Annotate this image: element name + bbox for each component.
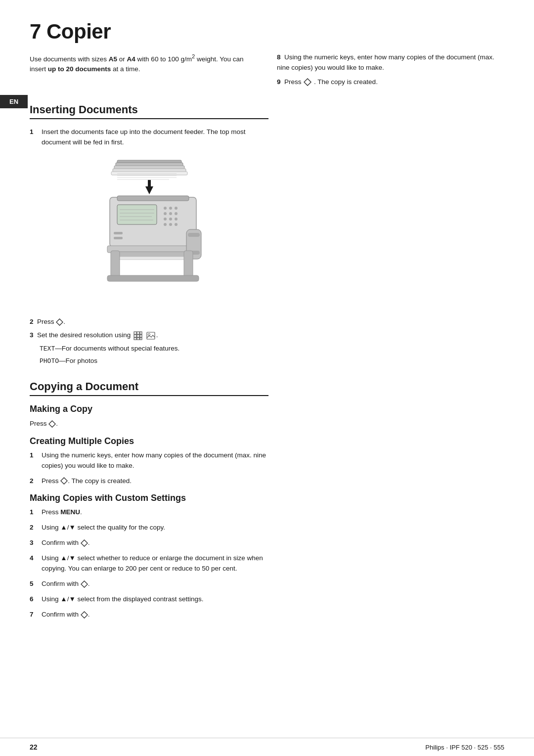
svg-marker-57 (81, 540, 88, 546)
cm-step-2: 2 Press . The copy is created. (30, 476, 268, 487)
intro-col-right: 8 Using the numeric keys, enter how many… (277, 52, 504, 88)
cm-step-2-text: Press . The copy is created. (42, 476, 268, 487)
svg-rect-51 (137, 338, 139, 340)
svg-rect-50 (134, 338, 136, 340)
svg-marker-56 (61, 478, 67, 484)
col-left: Inserting Documents 1 Insert the documen… (30, 99, 268, 625)
diamond-icon-cs3 (81, 539, 88, 547)
svg-rect-49 (140, 335, 142, 337)
grid-icon (134, 331, 142, 340)
creating-multiple-list: 1 Using the numeric keys, enter how many… (30, 450, 268, 487)
cs-step-1-text: Press MENU. (42, 507, 268, 518)
svg-rect-38 (111, 251, 120, 278)
intro-col-left: Use documents with sizes A5 or A4 with 6… (30, 52, 257, 88)
svg-rect-41 (114, 232, 123, 234)
cs-step-7: 7 Confirm with . (30, 610, 268, 620)
step-1: 1 Insert the documents face up into the … (30, 127, 268, 148)
svg-rect-47 (134, 335, 136, 337)
intro-text: Use documents with sizes A5 or A4 with 6… (30, 52, 257, 75)
cs-step-4-text: Using ▲/▼ select whether to reduce or en… (42, 553, 268, 574)
diamond-icon-9 (304, 78, 312, 86)
svg-point-30 (169, 223, 172, 226)
svg-marker-43 (56, 318, 63, 325)
inserting-steps-list: 1 Insert the documents face up into the … (30, 127, 268, 148)
step9-text: 9 Press . The copy is created. (277, 77, 504, 88)
step9-press: Press (284, 78, 302, 86)
cs-step-2: 2 Using ▲/▼ select the quality for the c… (30, 523, 268, 533)
cm-step-1-text: Using the numeric keys, enter how many c… (42, 450, 268, 471)
language-tab: EN (0, 95, 28, 108)
device-illustration: 20 (80, 153, 219, 306)
svg-point-31 (175, 223, 178, 226)
photo-icon (146, 331, 155, 340)
svg-rect-44 (134, 332, 136, 334)
svg-point-21 (169, 207, 172, 210)
cs-step-3-text: Confirm with . (42, 538, 268, 548)
device-image-container: 20 (80, 153, 219, 308)
diamond-icon-cs5 (81, 580, 88, 588)
cs-step-3: 3 Confirm with . (30, 538, 268, 548)
copying-section: Copying a Document Making a Copy Press .… (30, 380, 268, 620)
svg-rect-6 (111, 172, 187, 175)
cm-step-1: 1 Using the numeric keys, enter how many… (30, 450, 268, 471)
making-copy-heading: Making a Copy (30, 404, 268, 414)
cs-step-2-text: Using ▲/▼ select the quality for the cop… (42, 523, 268, 533)
svg-point-28 (175, 218, 178, 221)
main-columns: Inserting Documents 1 Insert the documen… (30, 99, 504, 625)
making-copy-text: Press . (30, 418, 268, 429)
step-1-text: Insert the documents face up into the do… (42, 127, 268, 148)
svg-point-26 (164, 218, 167, 221)
cs-step-6-text: Using ▲/▼ select from the displayed cont… (42, 594, 268, 605)
photo-option: PHOTO—For photos (40, 356, 268, 366)
page-wrapper: EN 7 Copier Use documents with sizes A5 … (0, 0, 534, 756)
svg-point-25 (175, 212, 178, 215)
creating-multiple-heading: Creating Multiple Copies (30, 436, 268, 446)
chapter-title-text: Copier (46, 20, 111, 43)
step-3-options: TEXT—For documents without special featu… (40, 344, 268, 366)
diamond-icon-cm2 (60, 477, 68, 485)
step-3-text: Set the desired resolution using (37, 331, 131, 339)
content-area: 7 Copier Use documents with sizes A5 or … (0, 0, 534, 655)
custom-settings-list: 1 Press MENU. 2 Using ▲/▼ select the qua… (30, 507, 268, 620)
footer-brand: Philips · IPF 520 · 525 · 555 (425, 744, 504, 751)
chapter-number: 7 (30, 20, 41, 43)
svg-rect-40 (107, 275, 199, 281)
step-2: 2 Press . (30, 316, 268, 327)
making-copy-press: Press (30, 420, 47, 427)
copying-document-heading: Copying a Document (30, 380, 268, 396)
svg-rect-42 (114, 237, 123, 239)
svg-rect-45 (137, 332, 139, 334)
cs-step-5-text: Confirm with . (42, 579, 268, 589)
diamond-icon-cs7 (81, 611, 88, 619)
svg-marker-0 (304, 79, 311, 86)
svg-rect-34 (117, 257, 189, 260)
svg-rect-39 (184, 251, 193, 278)
svg-rect-36 (188, 233, 200, 237)
svg-point-20 (164, 207, 167, 210)
text-option: TEXT—For documents without special featu… (40, 344, 268, 354)
cs-step-6: 6 Using ▲/▼ select from the displayed co… (30, 594, 268, 605)
svg-point-27 (169, 218, 172, 221)
cs-step-7-text: Confirm with . (42, 610, 268, 620)
svg-point-54 (148, 333, 150, 335)
svg-point-22 (175, 207, 178, 210)
svg-marker-59 (81, 612, 88, 618)
custom-settings-heading: Making Copies with Custom Set­tings (30, 493, 268, 503)
col-right (288, 99, 504, 625)
svg-rect-14 (117, 196, 189, 201)
cs-step-1: 1 Press MENU. (30, 507, 268, 518)
svg-rect-52 (140, 338, 142, 340)
step-3: 3 Set the desired resolution using (30, 330, 268, 341)
svg-marker-58 (81, 581, 88, 587)
svg-marker-55 (49, 421, 55, 427)
svg-rect-48 (137, 335, 139, 337)
inserting-documents-heading: Inserting Documents (30, 103, 268, 119)
chapter-title: 7 Copier (30, 20, 504, 44)
cm-press: Press (42, 477, 59, 485)
diamond-icon-making-copy (48, 420, 56, 428)
step8-text: 8 Using the numeric keys, enter how many… (277, 52, 504, 73)
language-label: EN (9, 98, 18, 105)
diamond-icon-2 (56, 318, 63, 326)
step-2-press: Press (37, 318, 54, 325)
svg-rect-46 (140, 332, 142, 334)
